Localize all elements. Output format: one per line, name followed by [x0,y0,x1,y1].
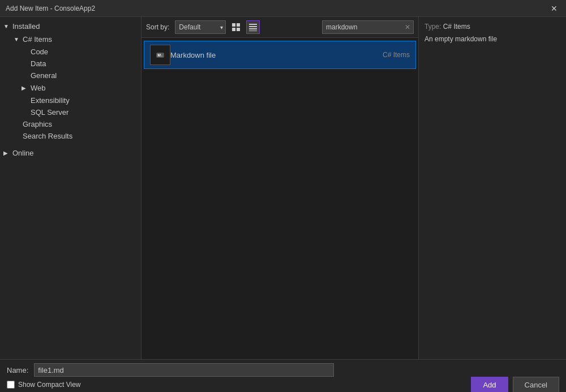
search-input[interactable] [323,21,402,33]
sidebar-item-search-results[interactable]: Search Results [0,130,141,142]
sidebar-item-csharp-items[interactable]: ▼ C# Items [0,33,141,46]
sidebar-item-online[interactable]: ▶ Online [0,147,141,160]
items-list: M↓ Markdown file C# Items [142,38,418,359]
title-bar-title: Add New Item - ConsoleApp2 [6,5,95,12]
sidebar-item-extensibility-label: Extensibility [31,96,70,105]
close-button[interactable]: ✕ [548,2,560,15]
sort-select-wrapper: Default Name Type [175,20,226,34]
compact-view-checkbox[interactable]: Show Compact View [7,381,81,389]
cancel-button[interactable]: Cancel [513,377,559,392]
add-button[interactable]: Add [471,377,508,392]
svg-rect-5 [249,26,257,27]
sidebar-item-online-label: Online [12,149,34,157]
item-category: C# Items [383,51,410,59]
button-row: Show Compact View Add Cancel [7,377,559,392]
item-name: Markdown file [170,51,383,59]
middle-panel: Sort by: Default Name Type [142,17,419,359]
sidebar-item-csharp-label: C# Items [23,35,52,44]
svg-rect-2 [232,28,235,31]
sort-by-label: Sort by: [146,23,169,31]
right-panel-description: An empty markdown file [424,35,560,43]
name-row: Name: [7,363,559,377]
sidebar-item-general-label: General [31,71,57,80]
chevron-right-icon: ▶ [22,85,28,91]
sidebar-item-data[interactable]: Data [0,58,141,70]
bottom-bar: Name: Show Compact View Add Cancel [0,359,566,392]
sidebar-item-general[interactable]: General [0,70,141,81]
sidebar-item-code[interactable]: Code [0,46,141,58]
grid-icon [232,23,240,31]
type-label: Type: [424,23,441,31]
chevron-down-icon: ▼ [14,36,20,42]
sidebar-divider [0,142,141,147]
list-view-button[interactable] [246,20,260,34]
sidebar-item-web[interactable]: ▶ Web [0,81,141,94]
search-clear-button[interactable]: ✕ [402,21,413,33]
sort-select[interactable]: Default Name Type [175,20,226,34]
svg-rect-7 [249,31,257,31]
sidebar-item-web-label: Web [31,84,46,92]
table-row[interactable]: M↓ Markdown file C# Items [144,41,416,69]
name-input[interactable] [34,363,334,377]
sidebar-item-graphics-label: Graphics [23,120,52,128]
main-container: ▼ Installed ▼ C# Items Code Data Gene [0,17,566,392]
compact-view-label: Show Compact View [18,381,81,389]
svg-rect-0 [232,23,235,27]
content-area: ▼ Installed ▼ C# Items Code Data Gene [0,17,566,359]
sidebar-item-sql-server[interactable]: SQL Server [0,106,141,118]
sidebar-item-sql-label: SQL Server [31,108,68,117]
right-panel-type: Type: C# Items [424,23,560,31]
markdown-file-icon: M↓ [150,45,170,65]
chevron-right-icon: ▶ [3,150,10,156]
type-value: C# Items [443,23,470,31]
search-wrapper: ✕ [322,20,414,34]
sidebar-item-extensibility[interactable]: Extensibility [0,94,141,106]
svg-rect-1 [237,23,240,27]
chevron-down-icon: ▼ [3,23,10,29]
svg-rect-6 [249,28,257,29]
action-buttons: Add Cancel [471,377,559,392]
sidebar-item-code-label: Code [31,48,48,56]
compact-view-input[interactable] [7,381,15,389]
name-label: Name: [7,366,28,374]
grid-view-button[interactable] [229,20,243,34]
sidebar-item-data-label: Data [31,59,46,68]
list-icon [249,23,257,31]
right-panel: Type: C# Items An empty markdown file [419,17,566,359]
svg-rect-3 [237,28,240,31]
sidebar-item-graphics[interactable]: Graphics [0,118,141,130]
sidebar-item-installed[interactable]: ▼ Installed [0,20,141,33]
sidebar-item-search-results-label: Search Results [23,132,72,140]
title-bar: Add New Item - ConsoleApp2 ✕ [0,0,566,17]
sidebar-item-installed-label: Installed [12,22,40,31]
svg-rect-4 [249,24,257,25]
sidebar: ▼ Installed ▼ C# Items Code Data Gene [0,17,142,359]
toolbar: Sort by: Default Name Type [142,17,418,38]
markdown-icon-text: M↓ [156,53,164,58]
